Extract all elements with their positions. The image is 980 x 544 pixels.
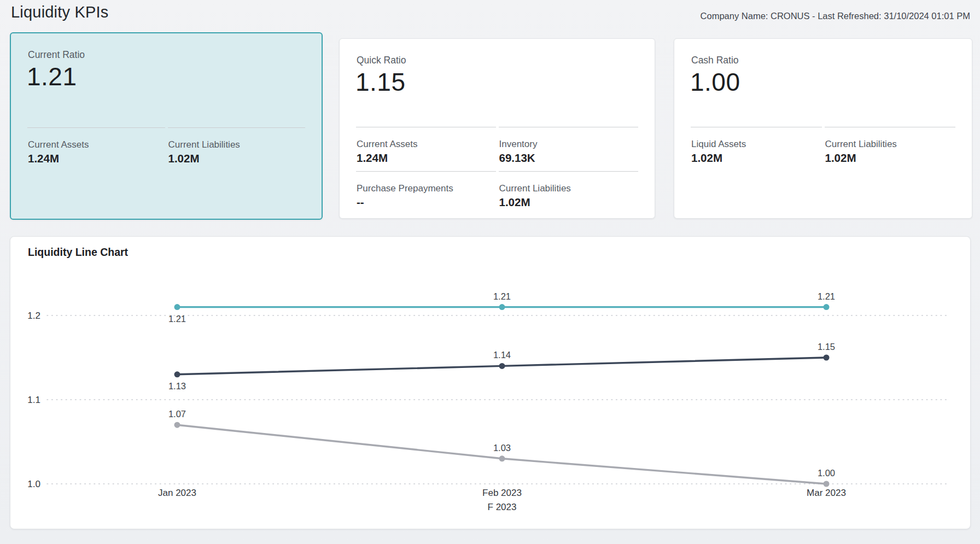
- data-point: [174, 371, 180, 377]
- submetric-current-assets: Current Assets 1.24M: [27, 127, 165, 165]
- submetric-value: 1.24M: [28, 152, 165, 165]
- data-point: [499, 304, 505, 310]
- submetric-current-liabilities: Current Liabilities 1.02M: [499, 171, 639, 209]
- data-point-label: 1.21: [493, 291, 511, 301]
- y-axis-tick: 1.2: [27, 311, 40, 321]
- data-point: [174, 422, 180, 428]
- submetric-label: Current Liabilities: [825, 139, 956, 150]
- kpi-card-cash-ratio[interactable]: Cash Ratio 1.00 Liquid Assets 1.02M Curr…: [674, 38, 972, 219]
- data-point-label: 1.21: [818, 291, 835, 301]
- y-axis-tick: 1.0: [27, 479, 40, 489]
- data-point-label: 1.00: [818, 468, 835, 478]
- submetric-value: 1.02M: [499, 196, 639, 209]
- submetric-label: Current Assets: [28, 139, 165, 150]
- kpi-value: 1.21: [27, 62, 77, 91]
- kpi-label: Cash Ratio: [691, 55, 739, 66]
- kpi-submetrics: Liquid Assets 1.02M Current Liabilities …: [691, 127, 955, 165]
- submetric-value: 1.02M: [825, 151, 956, 165]
- submetric-value: 1.24M: [357, 151, 496, 165]
- kpi-submetrics: Current Assets 1.24M Current Liabilities…: [27, 127, 305, 165]
- data-point: [499, 455, 505, 461]
- kpi-value: 1.00: [690, 67, 740, 97]
- submetric-inventory: Inventory 69.13K: [499, 127, 639, 165]
- company-refresh-info: Company Name: CRONUS - Last Refreshed: 3…: [701, 11, 970, 21]
- kpi-submetrics: Current Assets 1.24M Inventory 69.13K Pu…: [356, 127, 638, 209]
- submetric-label: Current Liabilities: [168, 139, 306, 150]
- submetric-liquid-assets: Liquid Assets 1.02M: [691, 127, 822, 165]
- submetric-current-liabilities: Current Liabilities 1.02M: [168, 127, 306, 165]
- x-axis-label: Jan 2023: [158, 488, 196, 498]
- kpi-card-current-ratio[interactable]: Current Ratio 1.21 Current Assets 1.24M …: [10, 32, 323, 220]
- kpi-label: Current Ratio: [28, 49, 85, 61]
- page-title: Liquidity KPIs: [11, 3, 109, 21]
- submetric-value: --: [357, 196, 496, 209]
- submetric-label: Liquid Assets: [691, 139, 822, 150]
- liquidity-line-chart-card: Liquidity Line Chart 1.21.11.0Jan 2023Fe…: [10, 236, 971, 529]
- submetric-label: Current Liabilities: [499, 183, 639, 194]
- submetric-label: Inventory: [499, 139, 639, 150]
- y-axis-tick: 1.1: [27, 395, 40, 405]
- submetric-value: 1.02M: [691, 151, 822, 165]
- data-point-label: 1.13: [168, 381, 186, 391]
- submetric-label: Purchase Prepayments: [357, 183, 496, 194]
- data-point: [824, 355, 830, 361]
- data-point: [824, 304, 830, 310]
- liquidity-line-chart[interactable]: 1.21.11.0Jan 2023Feb 2023F 2023Mar 20231…: [10, 237, 971, 530]
- kpi-value: 1.15: [355, 67, 406, 97]
- kpi-label: Quick Ratio: [357, 55, 406, 66]
- data-point-label: 1.07: [168, 409, 186, 419]
- x-axis-sublabel: F 2023: [488, 502, 517, 512]
- submetric-purchase-prepayments: Purchase Prepayments --: [356, 171, 496, 209]
- data-point: [174, 304, 180, 310]
- data-point-label: 1.14: [493, 350, 511, 360]
- submetric-label: Current Assets: [357, 139, 496, 150]
- chart-line: [177, 425, 826, 484]
- data-point: [499, 363, 505, 369]
- submetric-value: 1.02M: [168, 152, 306, 165]
- liquidity-kpis-page: Liquidity KPIs Company Name: CRONUS - La…: [0, 0, 980, 544]
- data-point-label: 1.15: [818, 342, 835, 352]
- x-axis-label: Mar 2023: [807, 488, 846, 498]
- x-axis-label: Feb 2023: [482, 488, 522, 498]
- data-point: [824, 481, 830, 487]
- data-point-label: 1.03: [493, 443, 511, 453]
- submetric-current-liabilities: Current Liabilities 1.02M: [825, 127, 956, 165]
- submetric-current-assets: Current Assets 1.24M: [356, 127, 496, 165]
- kpi-card-quick-ratio[interactable]: Quick Ratio 1.15 Current Assets 1.24M In…: [339, 38, 655, 219]
- data-point-label: 1.21: [168, 314, 186, 324]
- submetric-value: 69.13K: [499, 151, 639, 165]
